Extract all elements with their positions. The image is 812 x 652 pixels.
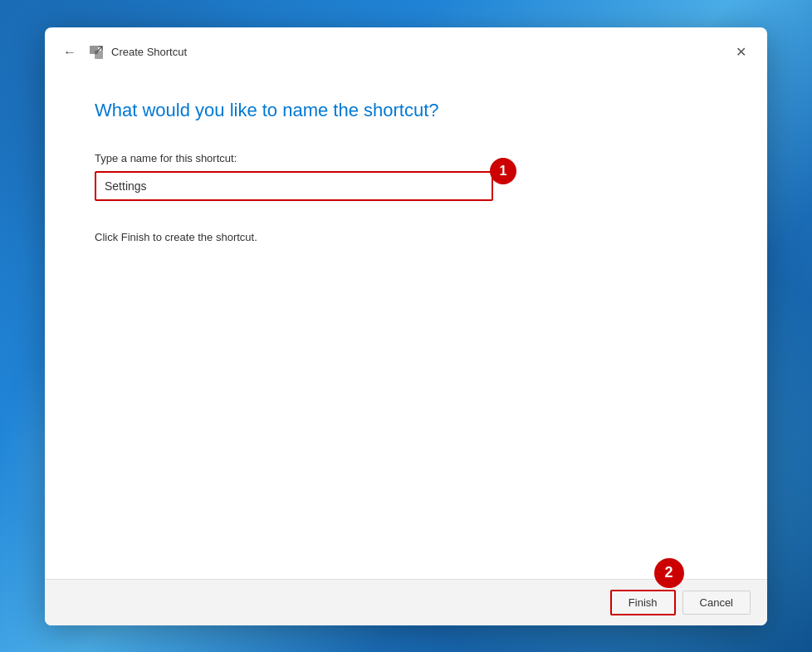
close-button[interactable]: ✕ [727,39,754,66]
shortcut-icon [88,44,105,61]
create-shortcut-dialog: ← Create Shortcut ✕ What would you like … [45,27,767,625]
close-icon: ✕ [736,44,746,60]
finish-btn-wrapper: 2 Finish [610,590,676,615]
dialog-body: What would you like to name the shortcut… [45,74,767,579]
back-button[interactable]: ← [58,43,81,61]
dialog-titlebar: ← Create Shortcut ✕ [45,27,767,74]
shortcut-name-input[interactable] [95,171,493,201]
cancel-button[interactable]: Cancel [682,591,751,615]
svg-rect-1 [95,51,103,59]
input-wrapper: 1 [95,171,493,201]
field-label: Type a name for this shortcut: [95,152,717,164]
dialog-title: Create Shortcut [111,46,187,58]
overlay: ← Create Shortcut ✕ What would you like … [0,0,812,652]
dialog-heading: What would you like to name the shortcut… [95,99,717,123]
annotation-badge-2: 2 [654,558,684,588]
dialog-footer: 2 Finish Cancel [45,579,767,625]
hint-text: Click Finish to create the shortcut. [95,231,717,243]
back-arrow-icon: ← [63,45,76,60]
finish-button[interactable]: Finish [610,590,676,615]
annotation-badge-1: 1 [490,158,516,184]
